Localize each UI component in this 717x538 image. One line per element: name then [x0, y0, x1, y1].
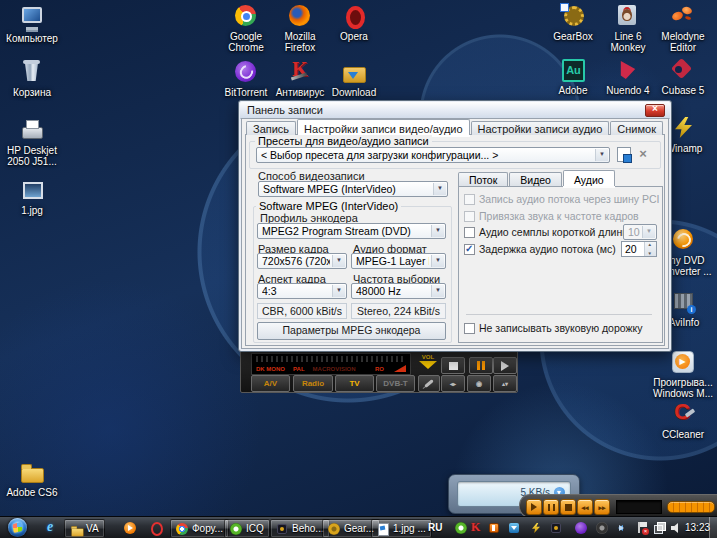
internet-explorer-icon[interactable]	[46, 522, 58, 534]
dropdown-arrow-icon	[431, 255, 444, 267]
tv-app-tray-icon[interactable]	[550, 522, 562, 534]
stream-tabstrip: Поток Видео Аудио	[458, 170, 616, 186]
desktop-icon-adobe-cs6[interactable]: Adobe CS6	[0, 460, 64, 498]
frame-size-select[interactable]: 720x576 (720x480)	[257, 253, 347, 269]
show-desktop-button[interactable]	[709, 517, 717, 538]
player-rewind-button[interactable]: ◂◂	[577, 499, 593, 515]
tv-pause-button[interactable]	[469, 357, 493, 374]
tv-dvbt-button[interactable]: DVB-T	[376, 375, 415, 392]
tv-settings-button[interactable]	[418, 375, 440, 392]
option-pci-audio[interactable]: Запись аудио потока через шину PCI	[464, 194, 659, 205]
delete-preset-icon[interactable]	[636, 147, 650, 161]
desktop-icon-windows-media-player[interactable]: Проигрыва...Windows M...	[651, 350, 715, 399]
player-forward-button[interactable]: ▸▸	[594, 499, 610, 515]
tv-system: PAL	[293, 366, 305, 372]
chrome-icon	[233, 4, 259, 28]
mpeg-params-button[interactable]: Параметры MPEG энкодера	[257, 322, 446, 340]
tab-stream[interactable]: Поток	[458, 172, 508, 186]
video-method-select[interactable]: Software MPEG (InterVideo)	[258, 181, 448, 197]
cubase-icon	[670, 58, 696, 82]
desktop-icon-computer[interactable]: Компьютер	[0, 6, 64, 44]
option-audio-sync[interactable]: Привязка звука к частоте кадров	[464, 211, 639, 222]
close-button[interactable]	[645, 104, 665, 117]
preset-select[interactable]: < Выбор пресета для загрузки конфигураци…	[256, 147, 610, 163]
chrome-icon	[176, 523, 188, 535]
forward-icon: ▸▸	[598, 504, 605, 511]
tv-status-display: DK MONO PAL MACROVISION RO	[251, 353, 411, 375]
tv-swap-button[interactable]: ◂▸	[441, 375, 465, 392]
disc-tray-icon[interactable]	[596, 522, 608, 534]
download-folder-icon	[341, 60, 367, 84]
spinner-arrows-icon[interactable]	[644, 242, 656, 256]
icq-tray-icon[interactable]	[455, 522, 467, 534]
volume-tray-icon[interactable]	[671, 522, 683, 534]
computer-icon	[19, 6, 45, 30]
audio-delay-spinner[interactable]: 20	[621, 241, 657, 257]
tv-channel-updown-button[interactable]: ▴▾	[493, 375, 517, 392]
desktop-icon-melodyne[interactable]: MelodyneEditor	[651, 4, 715, 53]
desktop-icon-ccleaner[interactable]: CCleaner	[651, 402, 715, 440]
tab-video-audio-settings[interactable]: Настройки записи видео/аудио	[297, 119, 469, 135]
tab-audio-settings[interactable]: Настройки записи аудио	[471, 121, 610, 135]
window-title: Панель записи	[247, 104, 323, 116]
tab-audio[interactable]: Аудио	[563, 170, 615, 186]
desktop-icon-1jpg[interactable]: 1.jpg	[0, 178, 64, 216]
image-file-icon	[19, 178, 45, 202]
language-indicator[interactable]: RU	[428, 517, 442, 538]
taskbar-clock[interactable]: 13:23	[685, 517, 710, 538]
sample-rate-select[interactable]: 48000 Hz	[351, 283, 446, 299]
tv-av-button[interactable]: A/V	[251, 375, 290, 392]
tab-snapshot[interactable]: Снимок	[610, 121, 663, 135]
tab-video[interactable]: Видео	[509, 172, 562, 186]
tv-volume-indicator: VOL	[416, 354, 440, 369]
switcher-tray-icon[interactable]	[488, 522, 500, 534]
play-icon	[501, 361, 509, 371]
tv-play-button[interactable]	[493, 357, 517, 374]
desktop-icon-download[interactable]: Download	[322, 60, 386, 98]
tv-record-timer-button[interactable]: ◉	[467, 375, 491, 392]
save-preset-icon[interactable]	[617, 147, 631, 162]
delay-value: 20	[625, 243, 637, 255]
winamp-tray-icon[interactable]	[530, 522, 542, 534]
window-titlebar[interactable]: Панель записи	[240, 102, 670, 119]
player-progress-bar[interactable]	[667, 501, 715, 513]
start-button[interactable]	[8, 518, 27, 537]
desktop-icon-cubase[interactable]: Cubase 5	[651, 58, 715, 96]
timer-icon: ◉	[476, 380, 482, 388]
network-activity-tray-icon[interactable]	[615, 522, 627, 534]
rewind-icon: ◂◂	[581, 504, 588, 511]
antivirus-tray-icon[interactable]	[470, 522, 482, 534]
short-samples-select[interactable]: 100	[623, 224, 657, 240]
recording-panel-window: Панель записи Запись Настройки записи ви…	[238, 100, 672, 352]
option-audio-delay[interactable]: Задержка аудио потока (мс)	[464, 244, 616, 255]
volume-triangle-icon	[419, 361, 437, 369]
player-pause-button[interactable]	[543, 499, 559, 515]
action-center-flag-icon[interactable]	[636, 522, 648, 534]
desktop-icon-recycle-bin[interactable]: Корзина	[0, 60, 64, 98]
media-player-taskbar-icon[interactable]	[124, 522, 136, 534]
tab-record[interactable]: Запись	[246, 121, 296, 135]
taskbar-button-behold[interactable]: Beho...	[270, 519, 330, 538]
opera-taskbar-icon[interactable]	[150, 522, 162, 534]
monkey-icon	[615, 4, 641, 28]
tv-stop-button[interactable]	[441, 357, 465, 374]
option-no-audio-track[interactable]: Не записывать звуковую дорожку	[464, 323, 642, 334]
taskbar-button-icq[interactable]: ICQ	[224, 519, 270, 538]
tv-tv-button[interactable]: TV	[335, 375, 374, 392]
bittorrent-tray-icon[interactable]	[575, 522, 587, 534]
taskbar-button-va[interactable]: VA	[64, 519, 105, 538]
adobe-au-icon	[560, 58, 586, 82]
encoder-profile-select[interactable]: MPEG2 Program Stream (DVD)	[257, 223, 446, 239]
player-stop-button[interactable]	[560, 499, 576, 515]
taskbar-button-forum[interactable]: Фору...	[170, 519, 229, 538]
tv-radio-button[interactable]: Radio	[293, 375, 333, 392]
taskbar-button-1jpg[interactable]: 1.jpg ...	[371, 519, 432, 538]
download-manager-tray-icon[interactable]	[508, 522, 520, 534]
lightning-icon	[671, 116, 697, 140]
player-play-button[interactable]	[526, 499, 542, 515]
desktop-icon-hp-printer[interactable]: HP Deskjet2050 J51...	[0, 118, 64, 167]
desktop-icon-opera[interactable]: Opera	[322, 4, 386, 42]
display-windows-tray-icon[interactable]	[654, 522, 666, 534]
audio-format-select[interactable]: MPEG-1 Layer II	[351, 253, 446, 269]
aspect-select[interactable]: 4:3	[257, 283, 347, 299]
